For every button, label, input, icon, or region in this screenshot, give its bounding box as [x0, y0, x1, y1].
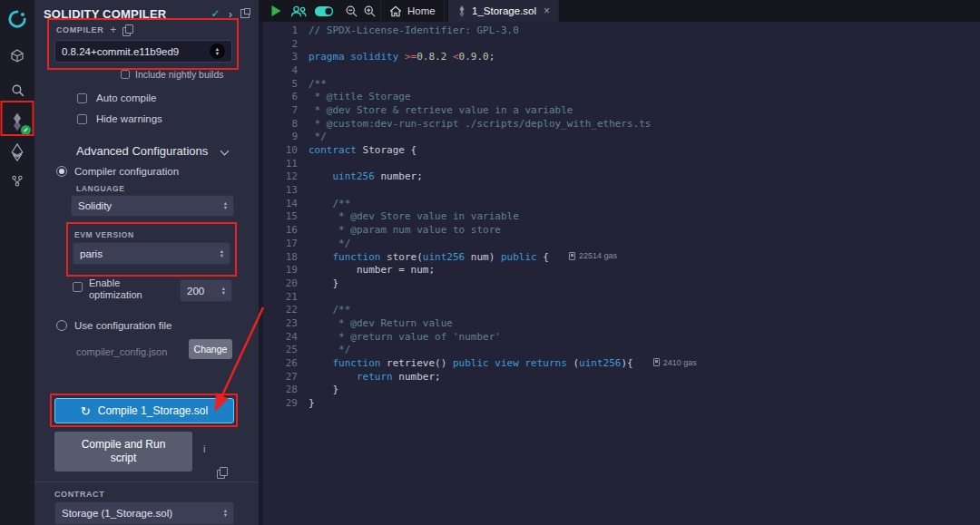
compile-success-badge: ✓	[21, 125, 31, 135]
search-icon[interactable]	[0, 76, 34, 103]
code-line[interactable]: 26 function retrieve() public view retur…	[263, 356, 980, 370]
section-divider	[34, 481, 259, 482]
zoom-in-icon[interactable]	[360, 0, 378, 22]
optimization-runs-stepper[interactable]: 200 ▴▾	[180, 279, 232, 302]
line-number: 1	[263, 24, 309, 36]
stepper-icon: ▴▾	[222, 287, 225, 295]
deploy-run-icon[interactable]	[0, 139, 34, 166]
remix-logo-icon[interactable]	[0, 5, 34, 33]
code-line[interactable]: 27 return number;	[263, 370, 980, 384]
language-value: Solidity	[78, 200, 224, 211]
line-number: 17	[263, 238, 309, 249]
enable-optimization-checkbox[interactable]	[73, 282, 83, 292]
zoom-out-icon[interactable]	[342, 0, 360, 22]
line-number: 23	[263, 317, 309, 329]
language-select[interactable]: Solidity ▴▾	[71, 195, 234, 217]
code-line[interactable]: 28 }	[263, 384, 980, 397]
code-line[interactable]: 2	[263, 37, 980, 51]
line-number: 4	[263, 64, 309, 76]
line-number: 14	[263, 198, 309, 209]
change-config-button[interactable]: Change	[189, 339, 232, 359]
code-line[interactable]: 15 * @dev Store value in variable	[263, 210, 980, 224]
code-line[interactable]: 10contract Storage {	[263, 143, 980, 157]
code-line[interactable]: 3pragma solidity >=0.8.2 <0.9.0;	[263, 50, 980, 63]
copy-version-icon[interactable]	[122, 24, 132, 35]
code-line[interactable]: 23 * @dev Return value	[263, 316, 980, 330]
tab-1-storage-sol[interactable]: 1_Storage.sol ×	[448, 0, 559, 22]
line-number: 19	[263, 264, 309, 276]
close-tab-icon[interactable]: ×	[544, 5, 550, 17]
code-line[interactable]: 1// SPDX-License-Identifier: GPL-3.0	[263, 24, 980, 37]
code-line[interactable]: 19 number = num;	[263, 263, 980, 277]
code-line[interactable]: 9 */	[263, 131, 980, 144]
line-number: 8	[263, 118, 309, 130]
code-editor[interactable]: 1// SPDX-License-Identifier: GPL-3.023pr…	[259, 22, 980, 525]
line-number: 21	[263, 291, 309, 303]
plugin-manager-icon[interactable]	[0, 168, 34, 195]
users-icon[interactable]	[288, 0, 309, 22]
line-number: 28	[263, 384, 309, 395]
pin-panel-icon[interactable]	[240, 5, 250, 22]
solidity-compiler-icon[interactable]: ✓	[0, 108, 34, 135]
contract-select[interactable]: Storage (1_Storage.sol) ▴▾	[54, 501, 234, 525]
code-line[interactable]: 20 }	[263, 277, 980, 290]
workspace-icon[interactable]	[0, 42, 34, 69]
editor-top-bar: Home 1_Storage.sol ×	[259, 0, 980, 22]
evm-version-select[interactable]: paris ▴▾	[73, 242, 230, 265]
run-script-icon[interactable]	[268, 0, 284, 22]
code-line[interactable]: 6 * @title Storage	[263, 90, 980, 103]
code-line[interactable]: 24 * @return value of 'number'	[263, 330, 980, 344]
toggle-icon[interactable]	[312, 0, 336, 22]
code-line[interactable]: 7 * @dev Store & retrieve value in a var…	[263, 103, 980, 117]
code-line[interactable]: 13	[263, 183, 980, 197]
home-icon	[389, 5, 402, 17]
line-number: 6	[263, 91, 309, 102]
code-line[interactable]: 25 */	[263, 344, 980, 357]
compile-and-run-button[interactable]: Compile and Run script	[54, 432, 192, 472]
panel-title: SOLIDITY COMPILER	[44, 7, 166, 21]
code-line[interactable]: 14 /**	[263, 197, 980, 210]
line-number: 13	[263, 184, 309, 196]
chevron-right-icon[interactable]: ›	[229, 7, 232, 21]
icon-sidebar: ✓	[0, 0, 34, 525]
version-stepper-icon[interactable]: ▴▾	[210, 44, 225, 59]
advanced-configurations-title[interactable]: Advanced Configurations	[76, 144, 208, 158]
stepper-icon: ▴▾	[220, 249, 223, 258]
use-configuration-file-radio[interactable]	[56, 320, 67, 331]
copy-script-icon[interactable]	[217, 467, 227, 478]
include-nightly-checkbox[interactable]	[121, 70, 130, 79]
code-line[interactable]: 8 * @custom:dev-run-script ./scripts/dep…	[263, 117, 980, 131]
line-number: 7	[263, 104, 309, 116]
code-line[interactable]: 11	[263, 157, 980, 170]
code-line[interactable]: 16 * @param num value to store	[263, 223, 980, 237]
code-line[interactable]: 17 */	[263, 237, 980, 250]
code-line[interactable]: 22 /**	[263, 303, 980, 316]
add-compiler-icon[interactable]: +	[110, 25, 116, 34]
line-number: 16	[263, 224, 309, 236]
auto-compile-checkbox[interactable]	[77, 93, 87, 103]
check-icon: ✓	[211, 7, 220, 20]
line-number: 29	[263, 397, 309, 409]
code-line[interactable]: 4	[263, 63, 980, 77]
tab-home[interactable]: Home	[380, 0, 445, 22]
compile-button[interactable]: ↻ Compile 1_Storage.sol	[54, 398, 234, 423]
hide-warnings-checkbox[interactable]	[77, 114, 87, 124]
code-line[interactable]: 29}	[263, 396, 980, 410]
compiler-configuration-row: Compiler configuration	[56, 166, 179, 177]
code-line[interactable]: 12 uint256 number;	[263, 170, 980, 184]
panel-header: SOLIDITY COMPILER ✓ ›	[34, 0, 259, 22]
code-line[interactable]: 18 function store(uint256 num) public {2…	[263, 250, 980, 264]
code-line[interactable]: 21	[263, 290, 980, 304]
compiler-configuration-radio[interactable]	[56, 166, 67, 177]
chevron-down-icon[interactable]	[220, 147, 230, 156]
code-line[interactable]: 5/**	[263, 77, 980, 91]
line-number: 11	[263, 158, 309, 170]
info-icon[interactable]: i	[203, 443, 205, 454]
config-filename: compiler_config.json	[76, 346, 167, 357]
line-number: 20	[263, 277, 309, 289]
compiler-version-select[interactable]: 0.8.24+commit.e11b9ed9 ▴▾	[54, 40, 232, 63]
line-number: 24	[263, 331, 309, 343]
solidity-file-icon	[457, 5, 466, 17]
line-number: 12	[263, 170, 309, 182]
line-number: 25	[263, 344, 309, 355]
